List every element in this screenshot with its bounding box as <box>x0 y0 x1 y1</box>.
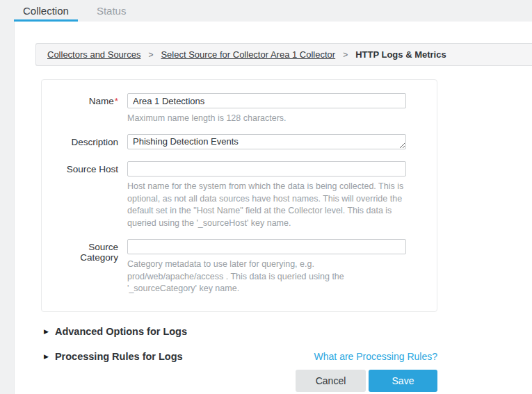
advanced-options-toggle[interactable]: ▶ Advanced Options for Logs <box>44 326 187 337</box>
breadcrumb-current-page: HTTP Logs & Metrics <box>355 49 446 60</box>
name-helper-text: Maximum name length is 128 characters. <box>127 113 406 125</box>
advanced-options-section: ▶ Advanced Options for Logs <box>44 326 437 337</box>
advanced-options-title: Advanced Options for Logs <box>55 326 187 337</box>
source-category-helper-text: Category metadata to use later for query… <box>127 258 406 295</box>
breadcrumb-separator-icon: > <box>148 50 153 60</box>
source-host-row: Source Host Host name for the system fro… <box>56 161 437 230</box>
breadcrumb: Collectors and Sources > Select Source f… <box>35 43 532 66</box>
what-are-processing-rules-link[interactable]: What are Processing Rules? <box>314 351 437 362</box>
source-host-helper-text: Host name for the system from which the … <box>127 181 406 230</box>
tab-status-label: Status <box>97 5 127 17</box>
tab-bar: Collection Status <box>14 0 135 22</box>
form-actions: Cancel Save <box>41 370 437 392</box>
name-row: Name* Maximum name length is 128 charact… <box>56 93 437 125</box>
tab-status[interactable]: Status <box>88 0 136 22</box>
description-label: Description <box>56 134 118 152</box>
content-area: Collectors and Sources > Select Source f… <box>14 22 532 394</box>
source-category-input[interactable] <box>127 239 406 254</box>
cancel-button[interactable]: Cancel <box>296 370 366 392</box>
breadcrumb-separator-icon: > <box>343 50 348 60</box>
source-host-label: Source Host <box>56 161 118 230</box>
source-config-card: Name* Maximum name length is 128 charact… <box>41 79 437 312</box>
name-input[interactable] <box>127 93 406 108</box>
source-host-input[interactable] <box>127 161 406 177</box>
description-row: Description Phishing Detection Events <box>56 134 437 152</box>
breadcrumb-link-select-source[interactable]: Select Source for Collector Area 1 Colle… <box>161 49 335 60</box>
app-window: Collection Status Collectors and Sources… <box>0 0 532 394</box>
tab-collection-label: Collection <box>23 5 69 17</box>
expander-triangle-icon: ▶ <box>44 354 49 360</box>
expander-triangle-icon: ▶ <box>44 329 49 335</box>
required-asterisk: * <box>115 96 118 106</box>
source-category-label: Source Category <box>56 239 118 295</box>
processing-rules-toggle[interactable]: ▶ Processing Rules for Logs <box>44 351 183 362</box>
description-input[interactable]: Phishing Detection Events <box>127 134 406 149</box>
save-button[interactable]: Save <box>369 370 437 392</box>
tab-collection[interactable]: Collection <box>14 0 78 22</box>
processing-rules-title: Processing Rules for Logs <box>55 351 183 362</box>
breadcrumb-link-collectors-and-sources[interactable]: Collectors and Sources <box>47 49 140 60</box>
name-label: Name* <box>56 93 118 125</box>
processing-rules-section: ▶ Processing Rules for Logs What are Pro… <box>44 351 437 362</box>
source-category-row: Source Category Category metadata to use… <box>56 239 437 295</box>
